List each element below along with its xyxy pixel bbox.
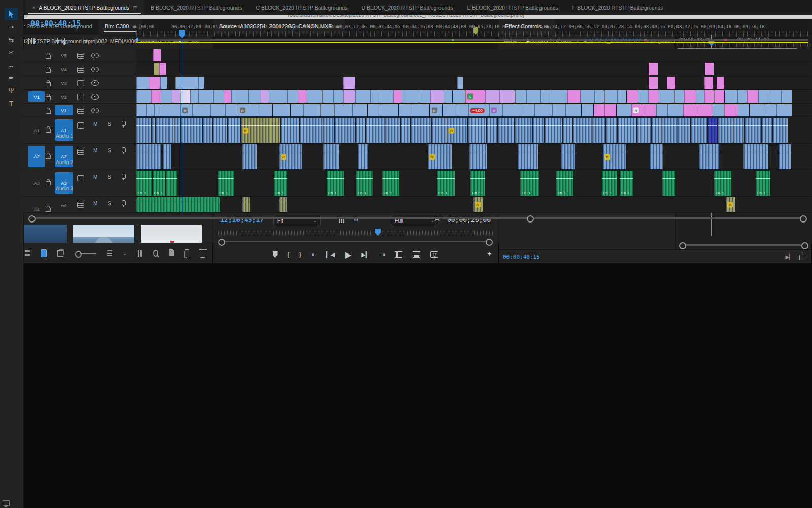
timeline-clip[interactable]: [565, 104, 581, 116]
timeline-clip[interactable]: [154, 63, 159, 75]
timeline-clip[interactable]: [136, 90, 151, 103]
voiceover-record-icon[interactable]: [122, 200, 126, 205]
sync-lock-icon[interactable]: [77, 80, 84, 86]
timeline-clip[interactable]: [225, 104, 238, 116]
timeline-clip[interactable]: [136, 104, 146, 116]
timeline-clip[interactable]: [781, 90, 792, 103]
timeline-clip[interactable]: Ch. 1: [274, 171, 287, 196]
razor-tool[interactable]: ✂: [5, 46, 18, 58]
timeline-clip[interactable]: [534, 104, 552, 116]
timeline-clip[interactable]: [181, 118, 202, 143]
track-target-v5[interactable]: V5: [55, 50, 73, 60]
timeline-clip[interactable]: Ch. 1: [218, 171, 234, 196]
timeline-clip[interactable]: [704, 77, 713, 89]
pen-tool[interactable]: ✒: [5, 72, 18, 84]
timeline-clip[interactable]: [745, 118, 761, 143]
timeline-clip[interactable]: [674, 90, 685, 103]
timeline-clip[interactable]: [161, 90, 172, 103]
sync-lock-icon[interactable]: [77, 94, 84, 100]
timeline-clip[interactable]: [652, 118, 661, 143]
timeline-clip[interactable]: [604, 104, 617, 116]
timeline-clip[interactable]: [468, 118, 486, 143]
timeline-clip[interactable]: [231, 90, 248, 103]
selection-tool[interactable]: [5, 8, 18, 20]
mute-track-button[interactable]: M: [93, 174, 97, 180]
timeline-clip[interactable]: [776, 104, 792, 116]
timeline-clip[interactable]: [443, 104, 458, 116]
timeline-clip[interactable]: [190, 90, 198, 103]
timeline-clip[interactable]: [192, 104, 210, 116]
timeline-clip[interactable]: [485, 90, 499, 103]
timeline-clip[interactable]: Ch. 1: [602, 171, 617, 196]
timeline-clip[interactable]: [487, 118, 497, 143]
timeline-clip[interactable]: [146, 104, 154, 116]
timeline-clip[interactable]: [213, 90, 224, 103]
timeline-clip[interactable]: [303, 104, 320, 116]
timeline-clip[interactable]: [758, 90, 771, 103]
timeline-clip[interactable]: [499, 90, 515, 103]
track-visibility-icon[interactable]: [91, 94, 99, 100]
mute-track-button[interactable]: M: [93, 148, 97, 153]
timeline-clip[interactable]: [750, 104, 765, 116]
timeline-clip[interactable]: [520, 104, 534, 116]
timeline-clip[interactable]: [323, 144, 338, 169]
timeline-clip[interactable]: [618, 118, 636, 143]
track-lock-icon[interactable]: [46, 208, 51, 212]
timeline-clip[interactable]: [136, 144, 161, 169]
timeline-clip[interactable]: Ch. 1: [620, 171, 633, 196]
timeline-clip[interactable]: [691, 118, 707, 143]
timeline-clip[interactable]: [667, 77, 675, 89]
timeline-clip[interactable]: [160, 77, 167, 89]
timeline-clip[interactable]: [166, 171, 177, 196]
timeline-clip[interactable]: [366, 118, 385, 143]
timeline-clip[interactable]: [393, 90, 402, 103]
timeline-clip[interactable]: [411, 118, 431, 143]
timeline-clip[interactable]: [717, 77, 725, 89]
timeline-clip[interactable]: [334, 104, 352, 116]
solo-track-button[interactable]: S: [108, 201, 111, 206]
timeline-clip[interactable]: [261, 90, 269, 103]
track-lock-icon[interactable]: [46, 110, 51, 114]
timeline-clip[interactable]: [402, 90, 419, 103]
timeline-clip[interactable]: Ch. 1: [756, 171, 770, 196]
track-lock-icon[interactable]: [46, 82, 51, 86]
timeline-clip[interactable]: fx: [489, 104, 502, 116]
timeline-clip[interactable]: [198, 77, 204, 89]
timeline-clip[interactable]: [661, 118, 678, 143]
timeline-clip[interactable]: [322, 90, 333, 103]
track-visibility-icon[interactable]: [91, 53, 99, 58]
timeline-clip[interactable]: [649, 63, 658, 75]
sequence-tab[interactable]: F BLOCK_2020 RTSTP Battlegrounds: [565, 0, 670, 15]
timeline-clip[interactable]: [762, 118, 772, 143]
timeline-clip[interactable]: [300, 118, 323, 143]
timeline-clip[interactable]: [684, 90, 695, 103]
timeline-clip[interactable]: fx: [465, 90, 485, 103]
timeline-clip[interactable]: [724, 104, 738, 116]
timeline-clip[interactable]: [356, 118, 365, 143]
timeline-clip[interactable]: [708, 118, 718, 143]
timeline-clip[interactable]: [174, 118, 180, 143]
timeline-clip[interactable]: [210, 104, 225, 116]
timeline-clip[interactable]: [370, 90, 381, 103]
timeline-clip[interactable]: [163, 144, 171, 169]
timeline-clip[interactable]: [213, 118, 227, 143]
timeline-clip[interactable]: [704, 90, 714, 103]
track-target-v2[interactable]: V2: [55, 91, 73, 102]
timeline-clip[interactable]: [662, 171, 675, 196]
timeline-clip[interactable]: fx: [447, 118, 467, 143]
timeline-clip[interactable]: [152, 118, 156, 143]
timeline-clip[interactable]: fx: [603, 144, 626, 169]
timeline-clip[interactable]: [743, 144, 768, 169]
timeline-clip[interactable]: [281, 118, 299, 143]
timeline-clip[interactable]: [136, 118, 151, 143]
timeline-clip[interactable]: [627, 90, 638, 103]
timeline-clip[interactable]: [696, 104, 713, 116]
timeline-clip[interactable]: [419, 90, 430, 103]
timeline-clip[interactable]: [432, 118, 447, 143]
timeline-clip[interactable]: [714, 90, 725, 103]
sequence-tab[interactable]: C BLOCK_2020 RTSTP Battlegrounds: [249, 0, 354, 15]
timeline-clip[interactable]: [385, 118, 400, 143]
timeline-clip[interactable]: [149, 77, 160, 89]
timeline-clip[interactable]: [533, 118, 544, 143]
timeline-horizontal-scrollbar[interactable]: [28, 215, 807, 220]
